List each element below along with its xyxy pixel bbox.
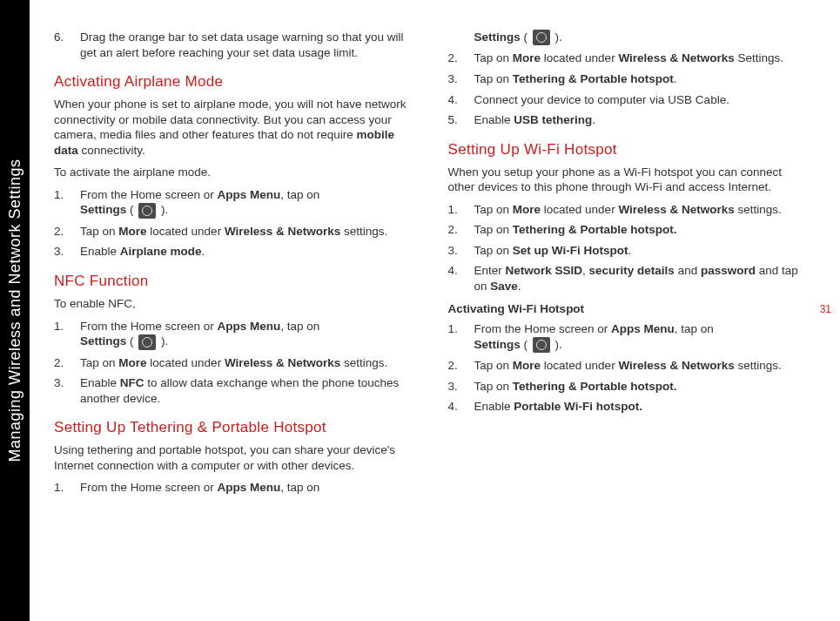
step-number: 2. <box>54 224 80 240</box>
bold-text: Tethering & Portable hotspot. <box>513 223 677 236</box>
text: Tap on <box>474 72 513 85</box>
heading-airplane-mode: Activating Airplane Mode <box>54 72 417 91</box>
step-number: 1. <box>54 480 80 496</box>
bold-text: Settings <box>80 203 126 216</box>
wifi-intro: When you setup your phone as a Wi-Fi hot… <box>448 165 811 195</box>
step-number: 3. <box>448 243 474 259</box>
page-number: 31 <box>820 303 831 315</box>
step-3: 3. Tap on Set up Wi-Fi Hotspot. <box>448 243 811 259</box>
text: ). <box>158 203 168 216</box>
step-text: Enable USB tethering. <box>474 112 811 128</box>
text: located under <box>147 225 225 238</box>
data-usage-step-continued: 6. Drag the orange bar to set data usage… <box>54 30 417 60</box>
step-number: 4. <box>448 399 474 415</box>
step-number: 3. <box>448 71 474 87</box>
step-text: Tap on More located under Wireless & Net… <box>474 51 811 66</box>
text: ). <box>552 30 562 44</box>
text: Enable <box>474 400 514 413</box>
bold-text: Settings <box>80 334 126 348</box>
airplane-intro: When your phone is set to airplane mode,… <box>54 97 417 158</box>
bold-text: Network SSID <box>506 264 583 277</box>
step-2: 2. Tap on More located under Wireless & … <box>448 358 811 374</box>
text: located under <box>541 359 618 372</box>
text: settings. <box>735 359 782 372</box>
text: . <box>518 280 521 293</box>
text: From the Home screen or <box>80 320 218 333</box>
bold-text: Set up Wi-Fi Hotspot <box>513 244 628 257</box>
bold-text: NFC <box>120 376 144 389</box>
step-5: 5. Enable USB tethering. <box>448 112 811 128</box>
text: Enter <box>474 264 506 277</box>
bold-text: More <box>513 51 541 64</box>
text: Enable <box>474 113 514 126</box>
step-1: 1. Tap on More located under Wireless & … <box>448 202 811 218</box>
bold-text: USB tethering <box>514 113 592 126</box>
bold-text: More <box>513 359 541 372</box>
text: . <box>674 72 677 85</box>
text: Tap on <box>474 223 513 236</box>
airplane-steps: 1. From the Home screen or Apps Menu, ta… <box>54 187 417 260</box>
step-text: From the Home screen or Apps Menu, tap o… <box>80 319 417 350</box>
step-text: Connect your device to computer via USB … <box>474 92 811 108</box>
text: settings. <box>735 203 782 216</box>
text: . <box>592 113 595 126</box>
text: . <box>628 244 631 257</box>
bold-text: Save <box>490 280 518 293</box>
step-1: 1. From the Home screen or Apps Menu, ta… <box>54 480 417 496</box>
step-number: 5. <box>448 112 474 128</box>
bold-text: Settings <box>474 338 521 351</box>
bold-text: Airplane mode <box>120 245 202 258</box>
step-text: Tap on Tethering & Portable hotspot. <box>474 379 811 395</box>
step-2: 2. Tap on Tethering & Portable hotspot. <box>448 222 811 238</box>
step-text: Enable Airplane mode. <box>80 244 417 260</box>
settings-gear-icon <box>138 334 156 350</box>
text: Settings. <box>735 51 783 64</box>
step-2: 2. Tap on More located under Wireless & … <box>54 355 417 371</box>
text: connectivity. <box>78 144 145 157</box>
tether-step-1-continued: Settings ( ). <box>448 30 811 45</box>
text: From the Home screen or <box>80 481 218 494</box>
content-columns: 6. Drag the orange bar to set data usage… <box>54 30 810 604</box>
text: ). <box>158 334 168 348</box>
step-1: 1. From the Home screen or Apps Menu, ta… <box>54 187 417 219</box>
step-text: Enter Network SSID, security details and… <box>474 263 811 294</box>
bold-text: Portable Wi-Fi hotspot. <box>514 400 642 413</box>
text: ). <box>552 338 562 351</box>
text: and <box>675 264 701 277</box>
step-1: 1. From the Home screen or Apps Menu, ta… <box>448 321 811 353</box>
text: , tap on <box>280 481 319 494</box>
left-column: 6. Drag the orange bar to set data usage… <box>54 30 417 604</box>
bold-text: Apps Menu <box>218 320 281 333</box>
step-text: Tap on More located under Wireless & Net… <box>80 355 417 371</box>
step-text: From the Home screen or Apps Menu, tap o… <box>474 321 811 353</box>
step-number: 2. <box>448 358 474 374</box>
text: , tap on <box>280 188 319 201</box>
step-2: 2. Tap on More located under Wireless & … <box>448 51 811 66</box>
text: , <box>582 264 589 277</box>
step-3: 3. Enable NFC to allow data exchange whe… <box>54 375 417 406</box>
step-4: 4. Connect your device to computer via U… <box>448 92 811 108</box>
sidebar-title: Managing Wireless and Network Settings <box>6 159 24 462</box>
text: From the Home screen or <box>474 322 612 335</box>
step-number: 2. <box>448 51 474 66</box>
step-text: Tap on More located under Wireless & Net… <box>80 224 417 240</box>
bold-text: Apps Menu <box>218 188 281 201</box>
nfc-intro: To enable NFC, <box>54 296 417 312</box>
step-3: 3. Tap on Tethering & Portable hotspot. <box>448 379 811 395</box>
text: located under <box>541 51 618 64</box>
step-text: From the Home screen or Apps Menu, tap o… <box>80 187 417 219</box>
text: From the Home screen or <box>80 188 218 201</box>
text: Tap on <box>474 51 513 64</box>
heading-tethering: Setting Up Tethering & Portable Hotspot <box>54 418 417 437</box>
settings-gear-icon <box>138 203 156 219</box>
bold-text: More <box>118 356 146 369</box>
step-text: Tap on Set up Wi-Fi Hotspot. <box>474 243 811 259</box>
text: Enable <box>80 376 120 389</box>
step-text: Drag the orange bar to set data usage wa… <box>80 30 417 60</box>
heading-wifi-hotspot: Setting Up Wi-Fi Hotspot <box>448 140 811 159</box>
step-2: 2. Tap on More located under Wireless & … <box>54 224 417 240</box>
text: Tap on <box>80 356 118 369</box>
text: ( <box>521 30 531 44</box>
step-3: 3. Tap on Tethering & Portable hotspot. <box>448 71 811 87</box>
step-text: Tap on Tethering & Portable hotspot. <box>474 222 811 238</box>
